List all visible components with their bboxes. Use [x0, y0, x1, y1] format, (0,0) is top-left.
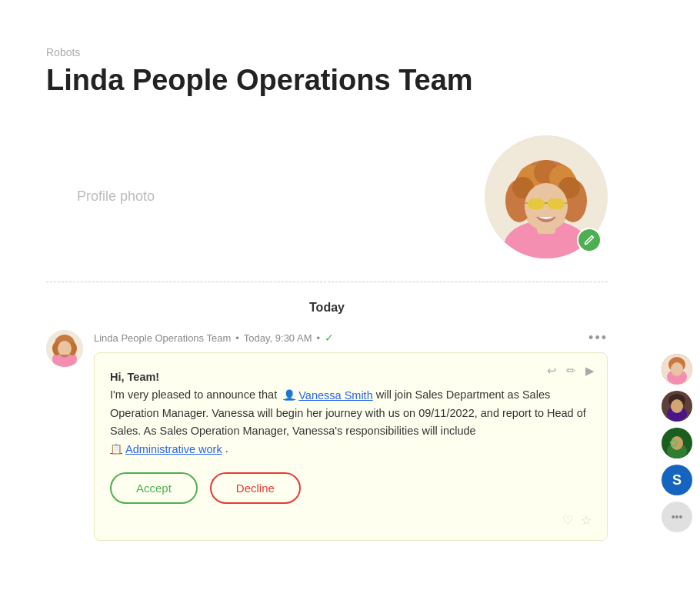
message-content: Linda People Operations Team • Today, 9:…: [94, 330, 608, 542]
svg-rect-25: [62, 350, 68, 353]
intro-text: I'm very pleased to announce that: [110, 388, 277, 401]
meta-separator2: •: [317, 332, 321, 344]
doc-link[interactable]: 📋 Administrative work: [110, 441, 222, 458]
svg-point-35: [671, 399, 683, 413]
star-icon[interactable]: ☆: [581, 513, 592, 528]
page-title: Linda People Operations Team: [46, 65, 608, 97]
hi-team: Hi, Team!: [110, 371, 159, 383]
section-divider: [46, 282, 608, 282]
bubble-reaction-icons: ♡ ☆: [110, 513, 592, 528]
message-sender-avatar: [46, 330, 83, 367]
edit-avatar-button[interactable]: [577, 228, 602, 252]
svg-rect-14: [548, 198, 565, 209]
sidebar-avatar-1[interactable]: [662, 354, 692, 385]
message-timestamp: Today, 9:30 AM: [244, 332, 312, 344]
breadcrumb: Robots: [46, 46, 608, 58]
svg-point-30: [671, 362, 683, 376]
sender-name: Linda People Operations Team: [94, 332, 231, 344]
message-action-buttons: Accept Decline: [110, 472, 592, 504]
decline-button[interactable]: Decline: [210, 472, 301, 504]
edit-message-icon[interactable]: ✏: [566, 364, 576, 378]
sidebar-avatar-3[interactable]: ✿: [662, 428, 692, 458]
right-sidebar: ✿ S •••: [654, 0, 700, 600]
sidebar-avatar-more[interactable]: •••: [662, 502, 692, 532]
mentioned-user-link[interactable]: 👤 Vanessa Smith: [283, 387, 372, 405]
user-icon: 👤: [283, 388, 295, 404]
forward-icon[interactable]: ▶: [585, 364, 595, 378]
message-meta: Linda People Operations Team • Today, 9:…: [94, 330, 608, 346]
today-label: Today: [46, 301, 608, 315]
message-body: Hi, Team! I'm very pleased to announce t…: [110, 368, 592, 459]
doc-link-text: Administrative work: [125, 441, 222, 458]
svg-text:✿: ✿: [669, 437, 678, 449]
mentioned-user-name: Vanessa Smith: [298, 387, 372, 405]
message-row: Linda People Operations Team • Today, 9:…: [46, 330, 608, 557]
meta-separator: •: [235, 332, 239, 344]
message-bubble: ↩ ✏ ▶ Hi, Team! I'm very pleased to anno…: [94, 352, 608, 542]
message-options-button[interactable]: •••: [588, 330, 608, 346]
profile-row: Profile photo: [46, 112, 608, 282]
svg-point-24: [58, 341, 72, 356]
svg-rect-13: [528, 198, 545, 209]
heart-icon[interactable]: ♡: [562, 513, 573, 528]
body-end: .: [225, 442, 228, 455]
profile-avatar-wrapper: [485, 135, 608, 258]
sidebar-avatar-2[interactable]: [662, 391, 692, 422]
accept-button[interactable]: Accept: [110, 472, 198, 504]
reply-icon[interactable]: ↩: [547, 364, 557, 378]
profile-photo-label: Profile photo: [77, 188, 155, 205]
delivered-checkmark: ✓: [325, 332, 334, 344]
sidebar-avatar-s[interactable]: S: [662, 465, 692, 495]
sender-info: Linda People Operations Team • Today, 9:…: [94, 332, 334, 344]
doc-icon: 📋: [110, 442, 122, 458]
header-section: Robots Linda People Operations Team: [46, 0, 608, 112]
